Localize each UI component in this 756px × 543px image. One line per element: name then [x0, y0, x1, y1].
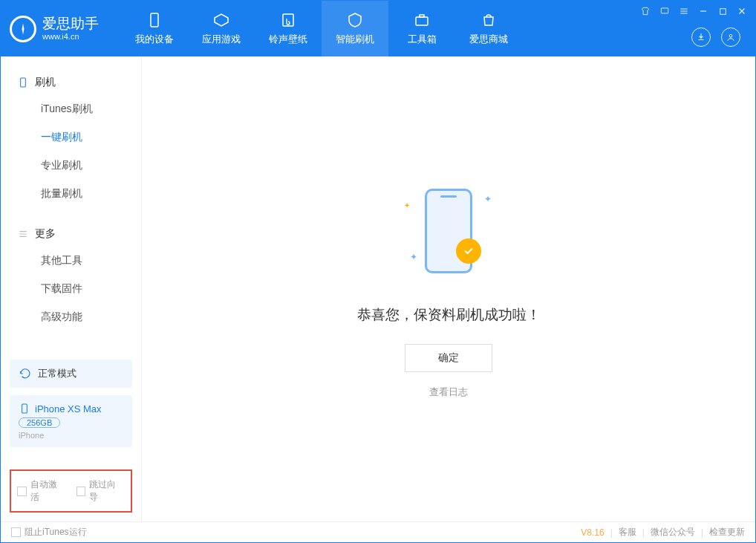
content-area: ✦ ✦ ✦ 恭喜您，保资料刷机成功啦！ 确定 查看日志 — [142, 56, 755, 521]
svg-rect-8 — [22, 404, 27, 413]
tab-label: 应用游戏 — [202, 33, 241, 46]
brand-text: 爱思助手 www.i4.cn — [42, 16, 99, 42]
sparkle-icon: ✦ — [410, 252, 417, 262]
svg-rect-3 — [420, 15, 424, 17]
sidebar-item-advanced[interactable]: 高级功能 — [1, 303, 141, 331]
svg-point-6 — [729, 34, 732, 37]
success-message: 恭喜您，保资料刷机成功啦！ — [357, 305, 541, 325]
menu-icon[interactable] — [678, 5, 690, 17]
status-bar: 阻止iTunes运行 V8.16 | 客服 | 微信公众号 | 检查更新 — [1, 521, 755, 542]
tab-smart-flash[interactable]: 智能刷机 — [322, 1, 388, 56]
main-area: 刷机 iTunes刷机 一键刷机 专业刷机 批量刷机 更多 其他工具 下载固件 … — [1, 56, 755, 521]
sidebar-item-itunes-flash[interactable]: iTunes刷机 — [1, 95, 141, 123]
svg-rect-4 — [661, 8, 668, 13]
success-illustration: ✦ ✦ ✦ — [397, 179, 501, 283]
brand-block: 爱思助手 www.i4.cn — [10, 16, 99, 42]
sidebar-group-head-flash: 刷机 — [1, 70, 141, 95]
tab-toolbox[interactable]: 工具箱 — [388, 1, 455, 56]
tab-label: 工具箱 — [408, 33, 437, 46]
version-label: V8.16 — [581, 527, 604, 538]
tab-my-device[interactable]: 我的设备 — [121, 1, 188, 56]
sidebar-group-head-more: 更多 — [1, 221, 141, 247]
device-type: iPhone — [19, 431, 123, 440]
sparkle-icon: ✦ — [484, 194, 492, 204]
tab-ringtone-wallpaper[interactable]: 铃声壁纸 — [255, 1, 322, 56]
sidebar-item-batch-flash[interactable]: 批量刷机 — [1, 180, 141, 208]
checkbox-icon — [11, 527, 21, 537]
maximize-icon[interactable] — [717, 5, 729, 17]
feedback-icon[interactable] — [659, 5, 671, 17]
tab-label: 智能刷机 — [336, 33, 374, 46]
link-support[interactable]: 客服 — [619, 526, 636, 539]
app-header: 爱思助手 www.i4.cn 我的设备 应用游戏 铃声壁纸 智能刷机 工具箱 爱… — [1, 1, 755, 56]
brand-name: 爱思助手 — [42, 16, 99, 33]
storage-badge: 256GB — [19, 417, 60, 428]
user-icon[interactable] — [721, 27, 740, 47]
checkbox-auto-activate[interactable]: 自动激活 — [17, 478, 66, 504]
refresh-icon — [19, 367, 32, 380]
tab-apps-games[interactable]: 应用游戏 — [188, 1, 255, 56]
svg-rect-5 — [720, 8, 726, 14]
checkbox-label: 自动激活 — [30, 478, 66, 504]
minimize-icon[interactable] — [697, 5, 709, 17]
checkbox-icon — [17, 487, 27, 496]
link-check-update[interactable]: 检查更新 — [709, 526, 745, 539]
nav-tabs: 我的设备 应用游戏 铃声壁纸 智能刷机 工具箱 爱思商城 — [121, 1, 522, 56]
group-title: 更多 — [35, 227, 56, 241]
device-boxes: 正常模式 iPhone XS Max 256GB iPhone — [10, 360, 132, 447]
sidebar-item-oneclick-flash[interactable]: 一键刷机 — [1, 123, 141, 152]
sidebar-item-download-firmware[interactable]: 下载固件 — [1, 275, 141, 303]
checkbox-block-itunes[interactable]: 阻止iTunes运行 — [11, 526, 87, 539]
sidebar-group-more: 更多 其他工具 下载固件 高级功能 — [1, 221, 141, 331]
brand-logo-icon — [10, 16, 36, 42]
mode-label: 正常模式 — [38, 367, 76, 380]
tab-label: 我的设备 — [135, 33, 174, 46]
checkbox-label: 阻止iTunes运行 — [25, 526, 87, 539]
brand-url: www.i4.cn — [42, 32, 99, 42]
tab-store[interactable]: 爱思商城 — [455, 1, 522, 56]
checkbox-icon — [76, 487, 86, 496]
tab-label: 爱思商城 — [469, 33, 508, 46]
sparkle-icon: ✦ — [404, 201, 410, 209]
statusbar-left: 阻止iTunes运行 — [11, 526, 87, 539]
sidebar-group-flash: 刷机 iTunes刷机 一键刷机 专业刷机 批量刷机 — [1, 70, 141, 208]
separator: | — [642, 527, 645, 538]
link-wechat[interactable]: 微信公众号 — [651, 526, 695, 539]
statusbar-right: V8.16 | 客服 | 微信公众号 | 检查更新 — [581, 526, 745, 539]
svg-rect-7 — [21, 78, 26, 87]
svg-rect-2 — [416, 17, 428, 25]
phone-icon — [17, 77, 29, 88]
sidebar-item-other-tools[interactable]: 其他工具 — [1, 247, 141, 275]
check-badge-icon — [456, 238, 481, 264]
sidebar: 刷机 iTunes刷机 一键刷机 专业刷机 批量刷机 更多 其他工具 下载固件 … — [1, 56, 142, 521]
checkbox-label: 跳过向导 — [89, 478, 125, 504]
svg-rect-0 — [151, 13, 158, 27]
mode-box[interactable]: 正常模式 — [10, 360, 132, 388]
download-icon[interactable] — [691, 27, 711, 47]
window-controls — [639, 5, 748, 17]
close-icon[interactable] — [736, 5, 748, 17]
header-right-actions — [691, 27, 740, 47]
sidebar-item-pro-flash[interactable]: 专业刷机 — [1, 152, 141, 180]
device-name: iPhone XS Max — [35, 403, 102, 414]
ok-button[interactable]: 确定 — [405, 344, 492, 372]
device-name-row: iPhone XS Max — [19, 403, 123, 414]
separator: | — [701, 527, 703, 538]
tab-label: 铃声壁纸 — [269, 33, 307, 46]
device-info-box[interactable]: iPhone XS Max 256GB iPhone — [10, 395, 132, 447]
device-icon — [19, 403, 30, 414]
separator: | — [610, 527, 613, 538]
view-log-link[interactable]: 查看日志 — [429, 386, 468, 399]
group-title: 刷机 — [35, 76, 56, 89]
checkbox-skip-guide[interactable]: 跳过向导 — [76, 478, 126, 504]
list-icon — [17, 228, 29, 240]
bottom-options-highlight: 自动激活 跳过向导 — [10, 469, 132, 513]
skin-icon[interactable] — [639, 5, 651, 17]
phone-notch-icon — [440, 195, 457, 198]
